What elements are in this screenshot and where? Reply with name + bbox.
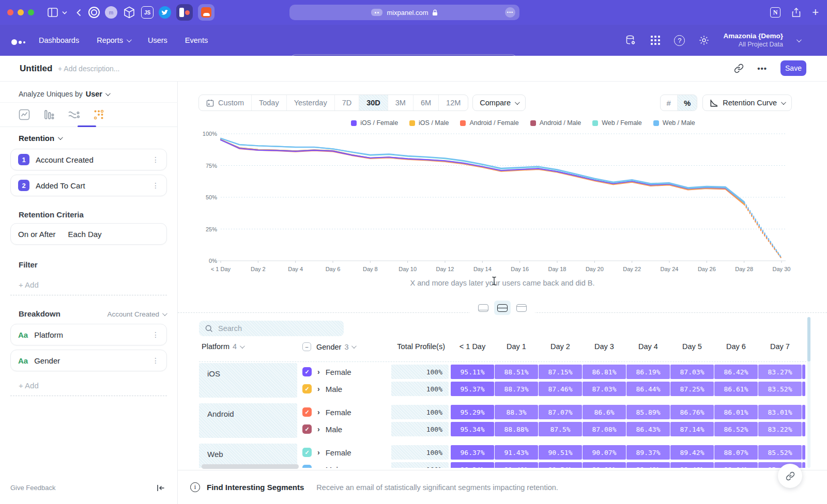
retention-cell-day-6[interactable]: 88.07%: [714, 445, 758, 460]
retention-cell-day-2[interactable]: 87.46%: [539, 382, 582, 396]
series-checkbox[interactable]: ✓: [302, 384, 312, 393]
legend-item-web-male[interactable]: Web / Male: [653, 119, 695, 127]
retention-cell-day-7[interactable]: 83.52%: [758, 382, 802, 396]
mixpanel-logo[interactable]: [11, 39, 25, 45]
share-icon[interactable]: [792, 8, 801, 18]
kebab-menu-icon[interactable]: ⋮: [152, 332, 159, 337]
ellipsis-icon[interactable]: •••: [505, 7, 515, 18]
retention-cell-day-3[interactable]: 86.81%: [583, 365, 626, 379]
retention-cell-day-1[interactable]: 91.41%: [495, 462, 538, 468]
retention-cell-day-4[interactable]: 85.89%: [626, 405, 670, 419]
retention-cell-day-5[interactable]: 86.76%: [670, 405, 714, 419]
retention-cell-day-2[interactable]: 87.5%: [539, 422, 582, 436]
table-search-input[interactable]: Search: [199, 321, 344, 336]
day-column-header-7[interactable]: Day 7: [758, 342, 802, 351]
js-icon[interactable]: JS: [141, 6, 154, 19]
retention-cell-day-7[interactable]: 83.27%: [758, 365, 802, 379]
retention-cell-day-2[interactable]: 90.51%: [539, 445, 582, 460]
horizontal-scrollbar[interactable]: [202, 464, 299, 469]
back-icon[interactable]: [76, 9, 81, 17]
retention-cell-day-4[interactable]: 86.44%: [626, 382, 670, 396]
expand-chevron-icon[interactable]: ›: [317, 425, 320, 433]
chevron-down-icon[interactable]: [62, 11, 67, 14]
retention-cell-day-6[interactable]: 88.04%: [714, 462, 758, 468]
bird-icon[interactable]: [159, 6, 171, 19]
date-range-today[interactable]: Today: [252, 95, 287, 111]
legend-item-ios-male[interactable]: iOS / Male: [409, 119, 449, 127]
legend-item-ios-female[interactable]: iOS / Female: [351, 119, 398, 127]
breakdown-scope-select[interactable]: Account Created: [107, 310, 166, 318]
retention-cell-day-1[interactable]: 88.51%: [495, 365, 538, 379]
retention-cell-day-3[interactable]: 87.08%: [583, 422, 626, 436]
day-column-header-1[interactable]: Day 1: [495, 342, 538, 351]
total-column-header[interactable]: Total Profile(s): [391, 342, 445, 351]
retention-cell-day-3[interactable]: 87.03%: [583, 382, 626, 396]
share-link-fab[interactable]: [778, 464, 802, 488]
retention-cell-day-2[interactable]: 87.07%: [539, 405, 582, 419]
target-icon[interactable]: [88, 7, 100, 18]
day-column-header-0[interactable]: < 1 Day: [451, 342, 494, 351]
retention-cell-day-0[interactable]: 95.34%: [451, 422, 494, 436]
date-range-7d[interactable]: 7D: [335, 95, 360, 111]
series-checkbox[interactable]: ✓: [302, 407, 312, 417]
retention-cell-day-4[interactable]: 86.19%: [626, 365, 670, 379]
legend-item-android-female[interactable]: Android / Female: [460, 119, 518, 127]
retention-cell-day-0[interactable]: 96.37%: [451, 445, 494, 460]
date-range-30d[interactable]: 30D: [359, 95, 388, 111]
retention-cell-day-1[interactable]: 88.88%: [495, 422, 538, 436]
retention-cell-day-4[interactable]: 89.37%: [626, 445, 670, 460]
expand-chevron-icon[interactable]: ›: [317, 448, 320, 456]
expand-chevron-icon[interactable]: ›: [317, 465, 320, 468]
value-mode-number[interactable]: #: [661, 95, 678, 111]
avatar-m-icon[interactable]: m: [105, 6, 117, 19]
apps-grid-icon[interactable]: [650, 35, 661, 45]
retention-cell-day-0[interactable]: 95.29%: [451, 405, 494, 419]
retention-cell-day-2[interactable]: 90.54%: [539, 462, 582, 468]
retention-cell-day-4[interactable]: 86.43%: [626, 422, 670, 436]
series-checkbox[interactable]: ✓: [302, 448, 312, 457]
retention-cell-day-3[interactable]: 86.6%: [583, 405, 626, 419]
notion-icon[interactable]: N: [770, 7, 780, 18]
series-checkbox[interactable]: ✓: [302, 465, 312, 468]
date-range-12m[interactable]: 12M: [439, 95, 468, 111]
retention-cell-day-6[interactable]: 86.42%: [714, 365, 758, 379]
vertical-scrollbar[interactable]: [807, 317, 810, 468]
retention-criteria-card[interactable]: On or After Each Day: [10, 223, 167, 245]
day-column-header-5[interactable]: Day 5: [670, 342, 714, 351]
retention-cell-day-6[interactable]: 86.61%: [714, 382, 758, 396]
tab-insights[interactable]: [18, 108, 31, 121]
retention-cell-day-5[interactable]: 89.42%: [670, 445, 714, 460]
retention-cell-day-3[interactable]: 90.01%: [583, 462, 626, 468]
data-gear-icon[interactable]: [624, 34, 637, 46]
tab-flows[interactable]: [67, 108, 81, 121]
retention-cell-day-4[interactable]: 89.48%: [626, 462, 670, 468]
gear-icon[interactable]: [698, 35, 710, 46]
retention-step-account-created[interactable]: 1Account Created⋮: [10, 149, 167, 170]
day-column-header-6[interactable]: Day 6: [714, 342, 758, 351]
address-bar[interactable]: mixpanel.com •••: [289, 5, 519, 20]
save-button[interactable]: Save: [780, 60, 806, 76]
kebab-menu-icon[interactable]: ⋮: [152, 157, 159, 162]
breakdown-gender[interactable]: AaGender⋮: [10, 350, 167, 371]
copy-link-icon[interactable]: [734, 64, 744, 73]
account-chevron-icon[interactable]: [797, 39, 800, 42]
retention-cell-day-0[interactable]: 96.34%: [451, 462, 494, 468]
retention-cell-day-7[interactable]: 83.01%: [758, 405, 802, 419]
cube-icon[interactable]: [122, 6, 136, 19]
retention-cell-day-5[interactable]: 87.14%: [670, 422, 714, 436]
retention-cell-day-5[interactable]: 87.03%: [670, 365, 714, 379]
date-range-3m[interactable]: 3M: [388, 95, 414, 111]
day-column-header-2[interactable]: Day 2: [539, 342, 582, 351]
filter-add-button[interactable]: + Add: [10, 275, 167, 295]
date-range-custom[interactable]: Custom: [199, 95, 252, 111]
retention-cell-day-6[interactable]: 86.01%: [714, 405, 758, 419]
retention-cell-day-3[interactable]: 90.07%: [583, 445, 626, 460]
retention-cell-day-5[interactable]: 87.25%: [670, 382, 714, 396]
retention-cell-day-1[interactable]: 91.43%: [495, 445, 538, 460]
soundcloud-icon[interactable]: [198, 4, 215, 21]
panel-red-icon[interactable]: [176, 4, 193, 21]
minimize-window-button[interactable]: [18, 9, 24, 15]
retention-cell-day-5[interactable]: 89.46%: [670, 462, 714, 468]
zoom-window-button[interactable]: [28, 9, 34, 15]
retention-cell-day-0[interactable]: 95.11%: [451, 365, 494, 379]
